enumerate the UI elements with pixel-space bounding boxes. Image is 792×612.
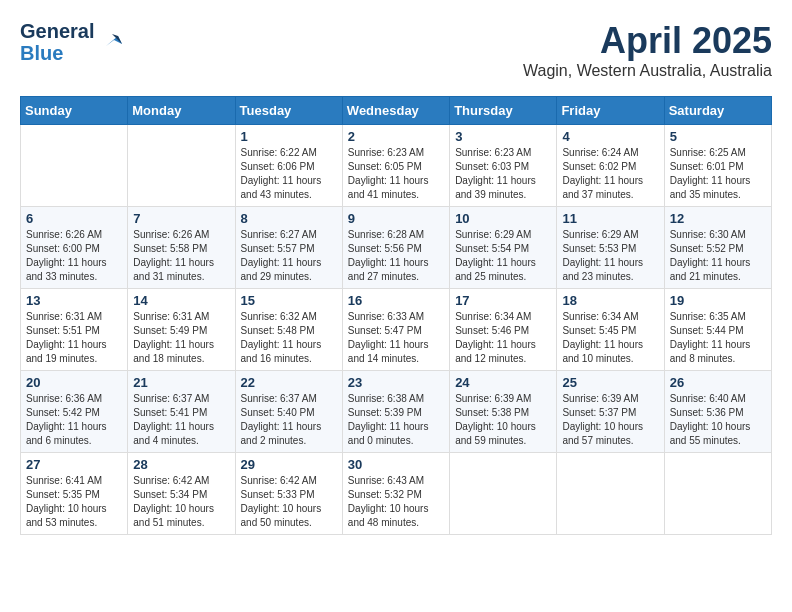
day-number: 15 <box>241 293 337 308</box>
day-info: Sunrise: 6:30 AM Sunset: 5:52 PM Dayligh… <box>670 228 766 284</box>
calendar-cell: 28Sunrise: 6:42 AM Sunset: 5:34 PM Dayli… <box>128 453 235 535</box>
weekday-header-saturday: Saturday <box>664 97 771 125</box>
weekday-header-wednesday: Wednesday <box>342 97 449 125</box>
day-info: Sunrise: 6:24 AM Sunset: 6:02 PM Dayligh… <box>562 146 658 202</box>
title-block: April 2025 Wagin, Western Australia, Aus… <box>523 20 772 80</box>
day-info: Sunrise: 6:39 AM Sunset: 5:37 PM Dayligh… <box>562 392 658 448</box>
day-info: Sunrise: 6:36 AM Sunset: 5:42 PM Dayligh… <box>26 392 122 448</box>
day-number: 5 <box>670 129 766 144</box>
calendar-week-row: 13Sunrise: 6:31 AM Sunset: 5:51 PM Dayli… <box>21 289 772 371</box>
day-info: Sunrise: 6:31 AM Sunset: 5:51 PM Dayligh… <box>26 310 122 366</box>
calendar-cell: 6Sunrise: 6:26 AM Sunset: 6:00 PM Daylig… <box>21 207 128 289</box>
day-number: 4 <box>562 129 658 144</box>
calendar-table: SundayMondayTuesdayWednesdayThursdayFrid… <box>20 96 772 535</box>
calendar-cell: 12Sunrise: 6:30 AM Sunset: 5:52 PM Dayli… <box>664 207 771 289</box>
day-number: 26 <box>670 375 766 390</box>
calendar-cell: 17Sunrise: 6:34 AM Sunset: 5:46 PM Dayli… <box>450 289 557 371</box>
calendar-week-row: 27Sunrise: 6:41 AM Sunset: 5:35 PM Dayli… <box>21 453 772 535</box>
calendar-cell: 21Sunrise: 6:37 AM Sunset: 5:41 PM Dayli… <box>128 371 235 453</box>
day-number: 20 <box>26 375 122 390</box>
logo-icon <box>98 26 126 54</box>
day-info: Sunrise: 6:40 AM Sunset: 5:36 PM Dayligh… <box>670 392 766 448</box>
calendar-week-row: 6Sunrise: 6:26 AM Sunset: 6:00 PM Daylig… <box>21 207 772 289</box>
day-info: Sunrise: 6:25 AM Sunset: 6:01 PM Dayligh… <box>670 146 766 202</box>
day-info: Sunrise: 6:29 AM Sunset: 5:53 PM Dayligh… <box>562 228 658 284</box>
day-number: 7 <box>133 211 229 226</box>
day-info: Sunrise: 6:31 AM Sunset: 5:49 PM Dayligh… <box>133 310 229 366</box>
day-info: Sunrise: 6:38 AM Sunset: 5:39 PM Dayligh… <box>348 392 444 448</box>
day-number: 29 <box>241 457 337 472</box>
day-info: Sunrise: 6:42 AM Sunset: 5:34 PM Dayligh… <box>133 474 229 530</box>
day-number: 25 <box>562 375 658 390</box>
day-info: Sunrise: 6:22 AM Sunset: 6:06 PM Dayligh… <box>241 146 337 202</box>
day-number: 17 <box>455 293 551 308</box>
day-number: 6 <box>26 211 122 226</box>
calendar-cell: 30Sunrise: 6:43 AM Sunset: 5:32 PM Dayli… <box>342 453 449 535</box>
day-number: 9 <box>348 211 444 226</box>
day-info: Sunrise: 6:26 AM Sunset: 6:00 PM Dayligh… <box>26 228 122 284</box>
day-number: 1 <box>241 129 337 144</box>
day-number: 19 <box>670 293 766 308</box>
day-info: Sunrise: 6:29 AM Sunset: 5:54 PM Dayligh… <box>455 228 551 284</box>
day-number: 28 <box>133 457 229 472</box>
calendar-cell: 2Sunrise: 6:23 AM Sunset: 6:05 PM Daylig… <box>342 125 449 207</box>
day-info: Sunrise: 6:23 AM Sunset: 6:03 PM Dayligh… <box>455 146 551 202</box>
day-number: 27 <box>26 457 122 472</box>
day-info: Sunrise: 6:33 AM Sunset: 5:47 PM Dayligh… <box>348 310 444 366</box>
day-info: Sunrise: 6:34 AM Sunset: 5:46 PM Dayligh… <box>455 310 551 366</box>
day-number: 11 <box>562 211 658 226</box>
logo-blue: Blue <box>20 42 63 64</box>
calendar-cell <box>557 453 664 535</box>
calendar-cell: 16Sunrise: 6:33 AM Sunset: 5:47 PM Dayli… <box>342 289 449 371</box>
calendar-cell: 25Sunrise: 6:39 AM Sunset: 5:37 PM Dayli… <box>557 371 664 453</box>
calendar-cell: 11Sunrise: 6:29 AM Sunset: 5:53 PM Dayli… <box>557 207 664 289</box>
calendar-cell: 5Sunrise: 6:25 AM Sunset: 6:01 PM Daylig… <box>664 125 771 207</box>
day-info: Sunrise: 6:28 AM Sunset: 5:56 PM Dayligh… <box>348 228 444 284</box>
weekday-header-monday: Monday <box>128 97 235 125</box>
weekday-header-tuesday: Tuesday <box>235 97 342 125</box>
day-info: Sunrise: 6:41 AM Sunset: 5:35 PM Dayligh… <box>26 474 122 530</box>
calendar-cell: 3Sunrise: 6:23 AM Sunset: 6:03 PM Daylig… <box>450 125 557 207</box>
day-info: Sunrise: 6:35 AM Sunset: 5:44 PM Dayligh… <box>670 310 766 366</box>
weekday-header-thursday: Thursday <box>450 97 557 125</box>
day-number: 30 <box>348 457 444 472</box>
calendar-cell <box>21 125 128 207</box>
calendar-cell <box>664 453 771 535</box>
day-number: 2 <box>348 129 444 144</box>
calendar-cell: 15Sunrise: 6:32 AM Sunset: 5:48 PM Dayli… <box>235 289 342 371</box>
calendar-cell: 7Sunrise: 6:26 AM Sunset: 5:58 PM Daylig… <box>128 207 235 289</box>
day-number: 21 <box>133 375 229 390</box>
calendar-header-row: SundayMondayTuesdayWednesdayThursdayFrid… <box>21 97 772 125</box>
calendar-cell: 29Sunrise: 6:42 AM Sunset: 5:33 PM Dayli… <box>235 453 342 535</box>
calendar-cell: 4Sunrise: 6:24 AM Sunset: 6:02 PM Daylig… <box>557 125 664 207</box>
day-info: Sunrise: 6:34 AM Sunset: 5:45 PM Dayligh… <box>562 310 658 366</box>
calendar-cell: 24Sunrise: 6:39 AM Sunset: 5:38 PM Dayli… <box>450 371 557 453</box>
day-info: Sunrise: 6:39 AM Sunset: 5:38 PM Dayligh… <box>455 392 551 448</box>
calendar-cell: 13Sunrise: 6:31 AM Sunset: 5:51 PM Dayli… <box>21 289 128 371</box>
calendar-cell: 23Sunrise: 6:38 AM Sunset: 5:39 PM Dayli… <box>342 371 449 453</box>
day-number: 12 <box>670 211 766 226</box>
day-number: 8 <box>241 211 337 226</box>
calendar-cell: 26Sunrise: 6:40 AM Sunset: 5:36 PM Dayli… <box>664 371 771 453</box>
day-info: Sunrise: 6:37 AM Sunset: 5:41 PM Dayligh… <box>133 392 229 448</box>
calendar-week-row: 20Sunrise: 6:36 AM Sunset: 5:42 PM Dayli… <box>21 371 772 453</box>
day-number: 18 <box>562 293 658 308</box>
day-number: 16 <box>348 293 444 308</box>
day-number: 10 <box>455 211 551 226</box>
calendar-cell: 14Sunrise: 6:31 AM Sunset: 5:49 PM Dayli… <box>128 289 235 371</box>
calendar-cell: 1Sunrise: 6:22 AM Sunset: 6:06 PM Daylig… <box>235 125 342 207</box>
calendar-cell: 20Sunrise: 6:36 AM Sunset: 5:42 PM Dayli… <box>21 371 128 453</box>
calendar-cell: 27Sunrise: 6:41 AM Sunset: 5:35 PM Dayli… <box>21 453 128 535</box>
calendar-week-row: 1Sunrise: 6:22 AM Sunset: 6:06 PM Daylig… <box>21 125 772 207</box>
day-info: Sunrise: 6:32 AM Sunset: 5:48 PM Dayligh… <box>241 310 337 366</box>
weekday-header-sunday: Sunday <box>21 97 128 125</box>
day-number: 23 <box>348 375 444 390</box>
day-number: 13 <box>26 293 122 308</box>
svg-marker-1 <box>112 34 122 44</box>
location-title: Wagin, Western Australia, Australia <box>523 62 772 80</box>
calendar-cell: 10Sunrise: 6:29 AM Sunset: 5:54 PM Dayli… <box>450 207 557 289</box>
month-title: April 2025 <box>523 20 772 62</box>
day-number: 22 <box>241 375 337 390</box>
day-info: Sunrise: 6:23 AM Sunset: 6:05 PM Dayligh… <box>348 146 444 202</box>
day-info: Sunrise: 6:37 AM Sunset: 5:40 PM Dayligh… <box>241 392 337 448</box>
